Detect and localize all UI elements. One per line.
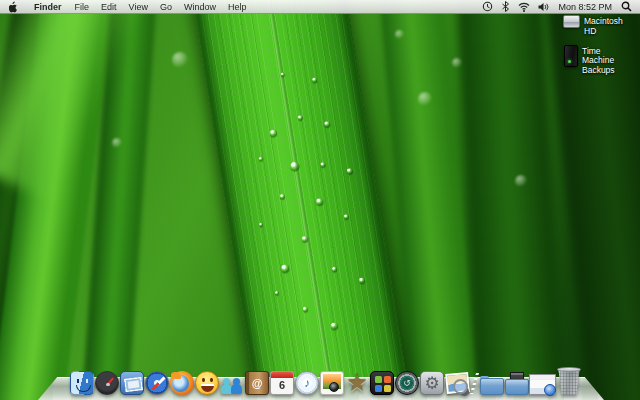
bokeh-droplet bbox=[452, 58, 462, 68]
dock-item-itunes[interactable]: ♪ bbox=[295, 371, 319, 395]
spotlight-icon[interactable] bbox=[617, 1, 640, 12]
main-grass-blade bbox=[192, 0, 413, 400]
trash-rim bbox=[557, 367, 581, 372]
bluetooth-menu-icon[interactable] bbox=[497, 1, 514, 12]
menu-item-go[interactable]: Go bbox=[154, 0, 178, 14]
dock-item-chat-buddies[interactable] bbox=[220, 371, 244, 395]
menu-item-help[interactable]: Help bbox=[222, 0, 253, 14]
dock-item-preview[interactable] bbox=[445, 371, 469, 395]
menu-item-file[interactable]: File bbox=[69, 0, 96, 14]
menu-item-edit[interactable]: Edit bbox=[95, 0, 123, 14]
dock-item-iphoto[interactable] bbox=[320, 371, 344, 395]
leaf-midrib bbox=[265, 0, 339, 400]
menu-bar: Finder File Edit View Go Window Help Mon… bbox=[0, 0, 640, 14]
back-arrow-glyph: ↺ bbox=[403, 378, 411, 388]
at-glyph: @ bbox=[252, 377, 263, 389]
backup-drive-icon bbox=[564, 45, 578, 67]
menu-item-window[interactable]: Window bbox=[178, 0, 222, 14]
hard-drive-icon bbox=[563, 15, 580, 28]
dock: @ 6 ♪ ★ ↺ ⚙ bbox=[38, 352, 604, 400]
desktop-icon-label: Time Machine Backups bbox=[582, 45, 632, 76]
dock-item-time-machine[interactable]: ↺ bbox=[395, 371, 419, 395]
desktop-screen: Finder File Edit View Go Window Help Mon… bbox=[0, 0, 640, 400]
menu-item-view[interactable]: View bbox=[123, 0, 154, 14]
desktop-icon-time-machine-backups[interactable]: Time Machine Backups bbox=[563, 45, 634, 76]
bokeh-droplet bbox=[172, 52, 188, 68]
dock-item-applications-folder[interactable] bbox=[479, 371, 503, 395]
trash-icon bbox=[557, 369, 581, 395]
ical-day-number: 6 bbox=[279, 379, 285, 391]
dock-item-minimized-window[interactable] bbox=[529, 371, 555, 395]
bokeh-droplet bbox=[112, 138, 122, 148]
time-machine-menu-icon[interactable] bbox=[478, 1, 497, 12]
gear-icon: ⚙ bbox=[424, 373, 439, 394]
dock-item-address-book[interactable]: @ bbox=[245, 371, 269, 395]
dock-item-dashboard[interactable] bbox=[95, 371, 119, 395]
apple-menu-icon[interactable] bbox=[0, 1, 27, 13]
dock-separator bbox=[470, 372, 478, 395]
dock-item-trash[interactable] bbox=[556, 367, 582, 395]
music-note-glyph: ♪ bbox=[304, 376, 310, 390]
dock-item-finder[interactable] bbox=[70, 371, 94, 395]
dock-item-ical[interactable]: 6 bbox=[270, 371, 294, 395]
dock-item-imovie[interactable]: ★ bbox=[345, 371, 369, 395]
bokeh-droplet bbox=[418, 92, 432, 106]
dock-item-firefox[interactable] bbox=[170, 371, 194, 395]
menu-item-finder[interactable]: Finder bbox=[27, 0, 69, 14]
menu-clock[interactable]: Mon 8:52 PM bbox=[553, 2, 617, 12]
bokeh-droplet bbox=[515, 175, 527, 187]
desktop-icons: Macintosh HD Time Machine Backups bbox=[563, 15, 634, 84]
dock-item-app-grid[interactable] bbox=[370, 371, 394, 395]
dock-item-chat-smiley[interactable] bbox=[195, 371, 219, 395]
star-glyph: ★ bbox=[346, 371, 368, 395]
dock-item-safari[interactable] bbox=[145, 371, 169, 395]
dock-item-system-preferences[interactable]: ⚙ bbox=[420, 371, 444, 395]
desktop-icon-label: Macintosh HD bbox=[584, 15, 634, 37]
dock-item-mail[interactable] bbox=[120, 371, 144, 395]
bokeh-droplet bbox=[395, 30, 404, 39]
wifi-menu-icon[interactable] bbox=[514, 2, 534, 12]
dock-item-documents-stack[interactable] bbox=[504, 371, 528, 395]
desktop-icon-macintosh-hd[interactable]: Macintosh HD bbox=[563, 15, 634, 37]
volume-menu-icon[interactable] bbox=[534, 2, 553, 12]
